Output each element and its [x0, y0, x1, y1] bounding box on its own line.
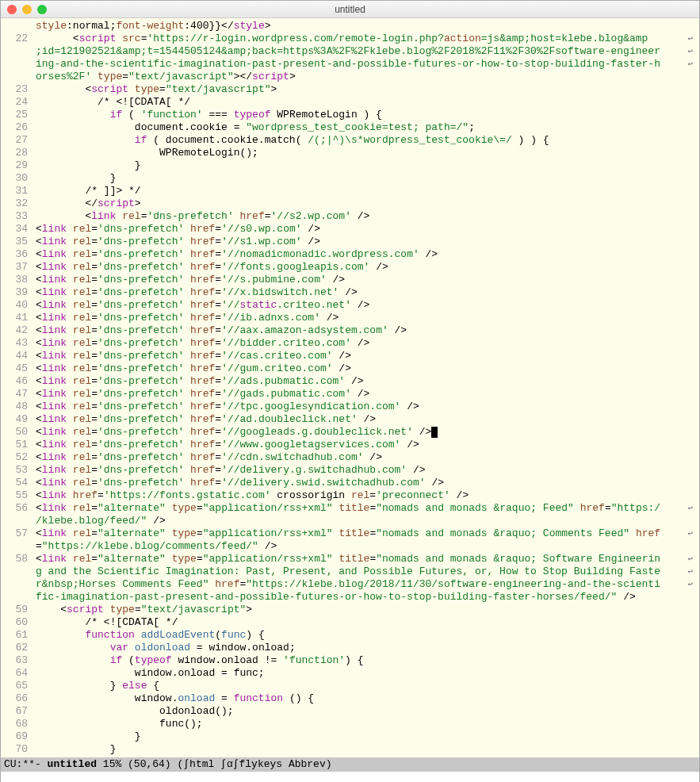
modeline-position: (50,64) [128, 758, 171, 770]
line-number: 28 [2, 147, 28, 159]
line-number: 62 [2, 642, 28, 654]
code-line[interactable]: <link rel='dns-prefetch' href='//cdn.swi… [36, 451, 696, 464]
code-line[interactable]: /klebe.blog/feed/" /> [36, 515, 696, 527]
code-line[interactable]: style:normal;font-weight:400}}</style> [36, 20, 696, 33]
line-number: 45 [2, 362, 28, 375]
code-line[interactable]: var oldonload = window.onload; [36, 642, 696, 654]
line-number: 59 [2, 604, 28, 616]
code-line[interactable]: } [36, 743, 696, 756]
line-number: 54 [2, 477, 28, 489]
code-line[interactable]: window.onload = func; [36, 667, 696, 680]
line-number: 35 [2, 236, 28, 248]
code-line[interactable]: <link href='https://fonts.gstatic.com' c… [36, 489, 696, 502]
code-line[interactable]: <link rel="alternate" type="application/… [36, 527, 696, 540]
modeline-buffer-name: untitled [48, 758, 97, 770]
line-number: 44 [2, 350, 28, 362]
code-line[interactable]: <link rel='dns-prefetch' href='//gum.cri… [36, 362, 696, 375]
line-number: 70 [2, 743, 28, 756]
code-line[interactable]: fic-imagination-past-present-and-possibl… [36, 591, 696, 604]
code-line[interactable]: </script> [36, 197, 696, 210]
code-line[interactable]: <link rel="alternate" type="application/… [36, 553, 696, 565]
code-line[interactable]: /* ]]> */ [36, 185, 696, 197]
line-number [2, 515, 28, 527]
minibuffer[interactable] [1, 772, 699, 782]
line-number: 38 [2, 274, 28, 286]
code-line[interactable]: <link rel='dns-prefetch' href='//aax.ama… [36, 324, 696, 337]
code-line[interactable]: <link rel='dns-prefetch' href='//gads.pu… [36, 388, 696, 401]
line-number: 41 [2, 312, 28, 324]
line-number: 60 [2, 616, 28, 629]
titlebar[interactable]: untitled [1, 1, 699, 18]
line-number: 56 [2, 502, 28, 515]
code-line[interactable]: <link rel='dns-prefetch' href='//deliver… [36, 464, 696, 477]
code-line[interactable]: /* <![CDATA[ */ [36, 616, 696, 629]
line-number [2, 578, 28, 591]
code-line[interactable]: <script type="text/javascript"> [36, 604, 696, 616]
line-number: 68 [2, 718, 28, 730]
window-title: untitled [1, 4, 699, 15]
code-line[interactable]: } [36, 159, 696, 172]
code-line[interactable]: window.onload = function () { [36, 692, 696, 705]
code-line[interactable]: ="https://klebe.blog/comments/feed/" /> [36, 540, 696, 553]
code-line[interactable]: <link rel='dns-prefetch' href='//ib.adnx… [36, 312, 696, 324]
editor-window: untitled 2223242526272829303132333435363… [0, 0, 700, 782]
code-line[interactable]: <link rel='dns-prefetch' href='//s1.wp.c… [36, 236, 696, 248]
code-line[interactable]: function addLoadEvent(func) { [36, 629, 696, 642]
line-number: 55 [2, 489, 28, 502]
modeline-status: CU:**- [4, 758, 48, 770]
code-line[interactable]: } [36, 730, 696, 743]
code-line[interactable]: <link rel='dns-prefetch' href='//static.… [36, 299, 696, 312]
line-number: 48 [2, 401, 28, 413]
line-number: 64 [2, 667, 28, 680]
code-line[interactable]: <script src='https://r-login.wordpress.c… [36, 33, 696, 45]
code-content[interactable]: style:normal;font-weight:400}}</style> <… [33, 18, 699, 757]
code-line[interactable]: <link rel='dns-prefetch' href='//s2.wp.c… [36, 210, 696, 223]
code-line[interactable]: oldonload(); [36, 705, 696, 718]
code-line[interactable]: } [36, 172, 696, 185]
line-number: 40 [2, 299, 28, 312]
code-line[interactable]: <link rel="alternate" type="application/… [36, 502, 696, 515]
code-line[interactable]: r&nbsp;Horses Comments Feed" href="https… [36, 578, 696, 591]
code-line[interactable]: <link rel='dns-prefetch' href='//x.bidsw… [36, 286, 696, 299]
code-line[interactable]: <link rel='dns-prefetch' href='//s.pubmi… [36, 274, 696, 286]
code-line[interactable]: } else { [36, 680, 696, 692]
line-number: 43 [2, 337, 28, 350]
line-number: 34 [2, 223, 28, 236]
code-line[interactable]: orses%2F' type="text/javascript"></scrip… [36, 71, 696, 83]
code-line[interactable]: /* <![CDATA[ */ [36, 96, 696, 109]
line-number [2, 58, 28, 71]
editor-area[interactable]: 2223242526272829303132333435363738394041… [1, 18, 699, 757]
code-line[interactable]: <link rel='dns-prefetch' href='//ad.doub… [36, 413, 696, 426]
code-line[interactable]: <script type="text/javascript"> [36, 83, 696, 96]
code-line[interactable]: if ( 'function' === typeof WPRemoteLogin… [36, 109, 696, 121]
code-line[interactable]: <link rel='dns-prefetch' href='//fonts.g… [36, 261, 696, 274]
line-number [2, 591, 28, 604]
code-line[interactable]: if (typeof window.onload != 'function') … [36, 654, 696, 667]
code-line[interactable]: document.cookie = "wordpress_test_cookie… [36, 121, 696, 134]
modeline-modes: (∫html ∫α∫flykeys Abbrev) [177, 758, 331, 770]
code-line[interactable]: <link rel='dns-prefetch' href='//tpc.goo… [36, 401, 696, 413]
code-line[interactable]: if ( document.cookie.match( /(;|^)\s*wor… [36, 134, 696, 147]
code-line[interactable]: ing-and-the-scientific-imagination-past-… [36, 58, 696, 71]
line-number: 58 [2, 553, 28, 565]
code-line[interactable]: <link rel='dns-prefetch' href='//www.goo… [36, 439, 696, 451]
code-line[interactable]: <link rel='dns-prefetch' href='//ads.pub… [36, 375, 696, 388]
code-line[interactable]: <link rel='dns-prefetch' href='//deliver… [36, 477, 696, 489]
code-line[interactable]: <link rel='dns-prefetch' href='//googlea… [36, 426, 696, 439]
code-line[interactable]: <link rel='dns-prefetch' href='//s0.wp.c… [36, 223, 696, 236]
line-number: 32 [2, 197, 28, 210]
code-line[interactable]: ;id=121902521&amp;t=1544505124&amp;back=… [36, 45, 696, 58]
line-number [2, 45, 28, 58]
line-number: 25 [2, 109, 28, 121]
code-line[interactable]: <link rel='dns-prefetch' href='//bidder.… [36, 337, 696, 350]
code-line[interactable]: g and the Scientific Imagination: Past, … [36, 565, 696, 578]
line-number: 57 [2, 527, 28, 540]
code-line[interactable]: func(); [36, 718, 696, 730]
line-number: 53 [2, 464, 28, 477]
code-line[interactable]: <link rel='dns-prefetch' href='//cas.cri… [36, 350, 696, 362]
line-number: 22 [2, 33, 28, 45]
line-number: 29 [2, 159, 28, 172]
code-line[interactable]: WPRemoteLogin(); [36, 147, 696, 159]
code-line[interactable]: <link rel='dns-prefetch' href='//nomadic… [36, 248, 696, 261]
line-number-gutter: 2223242526272829303132333435363738394041… [1, 18, 33, 757]
